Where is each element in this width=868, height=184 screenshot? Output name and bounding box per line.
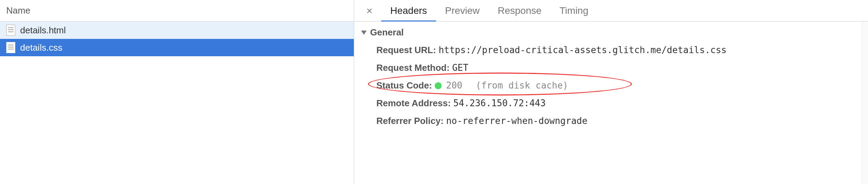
request-url-label: Request URL:	[376, 45, 436, 55]
status-code-value: 200	[446, 80, 462, 91]
file-name: details.css	[20, 42, 62, 53]
request-url-row: Request URL: https://preload-critical-as…	[361, 41, 861, 59]
headers-content: General Request URL: https://preload-cri…	[354, 22, 868, 184]
network-file-pane: Name details.html details.css	[0, 0, 354, 184]
request-method-row: Request Method: GET	[361, 59, 861, 77]
request-details-pane: × Headers Preview Response Timing Genera…	[354, 0, 868, 184]
file-row-details-css[interactable]: details.css	[0, 39, 354, 56]
tab-response[interactable]: Response	[489, 0, 550, 22]
general-section-title: General	[370, 27, 404, 38]
file-name: details.html	[20, 25, 66, 36]
details-tabbar: × Headers Preview Response Timing	[354, 0, 868, 22]
general-section-toggle[interactable]: General	[361, 27, 861, 38]
remote-address-row: Remote Address: 54.236.150.72:443	[361, 94, 861, 112]
referrer-policy-row: Referrer Policy: no-referrer-when-downgr…	[361, 112, 861, 130]
tab-headers[interactable]: Headers	[381, 0, 436, 22]
file-icon	[6, 25, 15, 36]
request-method-label: Request Method:	[376, 62, 450, 73]
tab-timing[interactable]: Timing	[551, 0, 598, 22]
name-column-header-label: Name	[6, 5, 30, 16]
referrer-policy-label: Referrer Policy:	[376, 116, 444, 126]
status-code-row: Status Code: 200 (from disk cache)	[361, 77, 861, 94]
name-column-header[interactable]: Name	[0, 0, 354, 22]
tab-preview[interactable]: Preview	[436, 0, 489, 22]
tab-label: Response	[498, 5, 541, 16]
remote-address-label: Remote Address:	[376, 98, 451, 108]
tab-label: Headers	[390, 5, 427, 16]
file-list: details.html details.css	[0, 22, 354, 184]
status-dot-icon	[435, 82, 442, 89]
close-details-button[interactable]: ×	[361, 5, 378, 17]
vertical-scrollbar[interactable]	[862, 22, 868, 184]
status-code-note: (from disk cache)	[465, 80, 568, 91]
close-icon: ×	[366, 5, 373, 16]
request-method-value: GET	[452, 62, 468, 73]
remote-address-value: 54.236.150.72:443	[453, 98, 546, 108]
tab-label: Preview	[445, 5, 480, 16]
file-icon	[6, 42, 15, 53]
request-url-value[interactable]: https://preload-critical-assets.glitch.m…	[439, 45, 727, 55]
status-code-label: Status Code:	[376, 80, 432, 91]
disclosure-triangle-down-icon	[361, 31, 367, 35]
tab-label: Timing	[560, 5, 589, 16]
referrer-policy-value: no-referrer-when-downgrade	[446, 116, 587, 126]
file-row-details-html[interactable]: details.html	[0, 22, 354, 39]
